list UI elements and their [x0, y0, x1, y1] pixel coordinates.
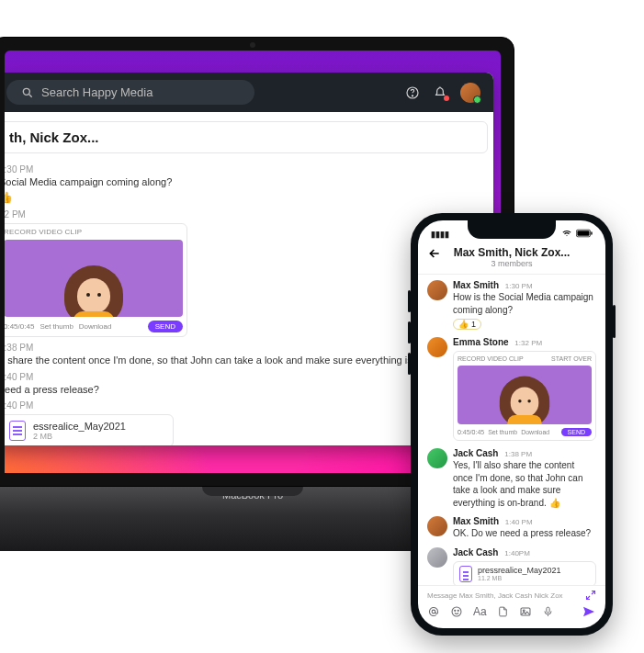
message: Emma Stone 1:32 PM RECORD VIDEO CLIP Sta… — [427, 337, 596, 441]
svg-point-14 — [523, 610, 525, 612]
message-author: Jack Cash — [453, 448, 498, 458]
file-attachment[interactable]: essrealice_May2021 2 MB — [5, 414, 174, 445]
svg-point-9 — [432, 610, 435, 614]
video-clip-card[interactable]: RECORD VIDEO CLIP Start over 0:45/0:45 S… — [453, 351, 596, 441]
message-timestamp: 1:38 PM — [504, 450, 532, 458]
video-thumbnail[interactable] — [458, 366, 592, 424]
phone-conversation-header: Max Smith, Nick Zox... 3 members — [418, 242, 605, 275]
video-duration: 0:45/0:45 — [458, 429, 484, 435]
video-card-title: RECORD VIDEO CLIP — [458, 355, 524, 362]
search-icon — [21, 86, 34, 99]
video-duration: 0:45/0:45 — [5, 322, 34, 331]
message-text: Social Media campaign coming along? — [5, 176, 488, 187]
message-timestamp: 1:40 PM — [505, 518, 533, 526]
help-icon[interactable] — [405, 85, 420, 100]
file-name: pressrealice_May2021 — [478, 566, 561, 575]
message-timestamp: 1:30 PM — [505, 282, 533, 290]
file-icon — [9, 421, 26, 441]
phone-message-list: Max Smith 1:30 PM How is the Social Medi… — [418, 275, 605, 585]
search-input[interactable]: Search Happy Media — [6, 80, 254, 105]
message-timestamp: 1:32 PM — [514, 339, 542, 347]
phone-composer: Message Max Smith, Jack Cash Nick Zox Aa — [418, 585, 605, 628]
svg-point-3 — [412, 95, 412, 96]
file-icon — [459, 566, 472, 582]
video-thumbnail[interactable] — [5, 240, 183, 317]
reaction-thumbs-up[interactable]: 👍 — [5, 191, 13, 204]
microphone-icon[interactable] — [542, 605, 554, 618]
svg-point-10 — [452, 607, 461, 616]
mention-icon[interactable] — [427, 605, 440, 618]
message-timestamp: 32 PM — [5, 209, 488, 220]
reaction-chip[interactable]: 👍 1 — [453, 319, 481, 330]
emoji-icon[interactable] — [450, 605, 463, 618]
message-author: Jack Cash — [453, 547, 498, 557]
message-text: OK. Do we need a press release? — [453, 527, 596, 540]
battery-icon — [576, 229, 593, 240]
composer-placeholder[interactable]: Message Max Smith, Jack Cash Nick Zox — [427, 591, 563, 600]
image-icon[interactable] — [519, 605, 532, 618]
conversation-title: th, Nick Zox... — [9, 129, 99, 145]
conversation-header[interactable]: th, Nick Zox... — [5, 121, 488, 153]
search-placeholder: Search Happy Media — [41, 85, 153, 99]
message: Jack Cash 1:38 PM Yes, I'll also share t… — [427, 448, 596, 509]
desktop-topbar: Search Happy Media — [5, 73, 493, 112]
file-attachment[interactable]: pressrealice_May2021 11.2 MB — [453, 561, 596, 586]
file-name: essrealice_May2021 — [33, 421, 126, 432]
avatar[interactable] — [427, 337, 447, 357]
phone-notch — [468, 220, 556, 239]
file-size: 11.2 MB — [478, 575, 561, 581]
message: Max Smith 1:30 PM How is the Social Medi… — [427, 280, 596, 330]
expand-icon[interactable] — [585, 590, 596, 601]
message-text: Yes, I'll also share the content once I'… — [453, 459, 596, 509]
text-format-icon[interactable]: Aa — [473, 605, 487, 618]
svg-point-12 — [458, 610, 458, 611]
message: Max Smith 1:40 PM OK. Do we need a press… — [427, 516, 596, 540]
svg-rect-7 — [577, 231, 589, 236]
svg-rect-15 — [547, 607, 549, 613]
conversation-subtitle: 3 members — [418, 259, 605, 268]
video-clip-card[interactable]: RECORD VIDEO CLIP 0:45/0:45 Set thumb Do… — [5, 223, 187, 337]
avatar[interactable] — [427, 448, 447, 468]
signal-icon: ▮▮▮▮ — [431, 230, 449, 239]
message-author: Max Smith — [453, 280, 499, 290]
message: Jack Cash 1:40PM pressrealice_May2021 11… — [427, 547, 596, 586]
avatar[interactable] — [427, 516, 447, 536]
svg-rect-8 — [591, 231, 592, 234]
video-set-thumb[interactable]: Set thumb — [488, 429, 517, 435]
video-set-thumb[interactable]: Set thumb — [40, 322, 73, 331]
avatar[interactable] — [427, 280, 447, 300]
phone-frame: ▮▮▮▮ 9:41 Max Smith, Nick Zox... 3 membe… — [411, 213, 613, 636]
svg-point-11 — [455, 610, 456, 611]
video-send-button[interactable]: SEND — [148, 321, 183, 332]
file-attach-icon[interactable] — [497, 605, 509, 618]
message-text: How is the Social Media campaign coming … — [453, 291, 596, 316]
phone-screen: ▮▮▮▮ 9:41 Max Smith, Nick Zox... 3 membe… — [418, 220, 605, 628]
video-download[interactable]: Download — [521, 429, 549, 435]
video-card-title: RECORD VIDEO CLIP — [5, 228, 82, 236]
current-user-avatar[interactable] — [460, 83, 480, 103]
message-author: Emma Stone — [453, 337, 509, 347]
svg-point-0 — [23, 88, 29, 95]
message-timestamp: 1:30 PM — [5, 164, 488, 175]
laptop-brand-label: MacBook Pro — [222, 490, 283, 501]
file-size: 2 MB — [33, 432, 126, 441]
video-send-button[interactable]: SEND — [561, 428, 592, 436]
video-download[interactable]: Download — [79, 322, 112, 331]
svg-line-1 — [29, 94, 32, 96]
message-author: Max Smith — [453, 516, 499, 526]
conversation-title[interactable]: Max Smith, Nick Zox... — [418, 246, 605, 259]
wifi-icon — [561, 229, 572, 240]
notifications-icon[interactable] — [433, 85, 447, 100]
video-start-over[interactable]: Start over — [551, 355, 592, 362]
send-button[interactable] — [582, 604, 596, 619]
avatar[interactable] — [427, 547, 447, 568]
back-icon[interactable] — [427, 246, 442, 261]
message-timestamp: 1:40PM — [504, 549, 530, 557]
